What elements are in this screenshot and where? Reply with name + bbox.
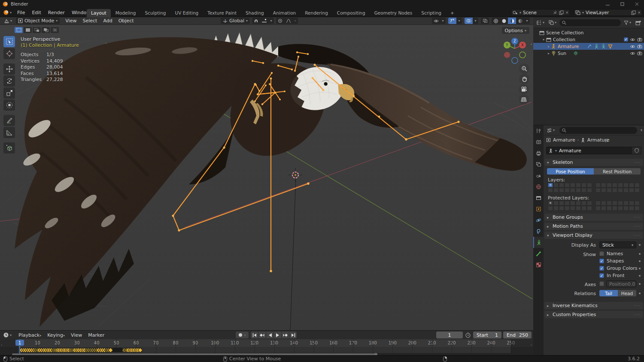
navigation-gizmo[interactable]: Z Y X bbox=[501, 37, 528, 66]
copy-icon[interactable] bbox=[559, 10, 564, 15]
workspace-tab-animation[interactable]: Animation bbox=[269, 9, 301, 17]
tool-scale[interactable] bbox=[3, 87, 15, 99]
layer-cell[interactable] bbox=[559, 206, 564, 211]
animate-dot[interactable] bbox=[639, 268, 641, 269]
chevron-down-icon[interactable]: ▾ bbox=[524, 18, 530, 24]
outliner-search-input[interactable] bbox=[559, 19, 621, 26]
previous-keyframe-button[interactable] bbox=[258, 332, 266, 338]
fake-user-button[interactable] bbox=[632, 147, 641, 154]
layer-cell[interactable] bbox=[629, 201, 634, 205]
minimize-button[interactable] bbox=[600, 0, 615, 8]
rest-position-button[interactable]: Rest Position bbox=[594, 168, 641, 175]
layer-cell[interactable] bbox=[576, 206, 581, 211]
panel-custom-properties-header[interactable]: ▸ Custom Properties ···· bbox=[544, 311, 643, 318]
orientation-dropdown[interactable]: Global ▾ bbox=[221, 18, 250, 24]
in-front-checkbox[interactable]: ✓ bbox=[599, 273, 604, 278]
properties-tab-world[interactable] bbox=[533, 181, 544, 192]
perspective-toggle-button[interactable] bbox=[519, 94, 529, 105]
workspace-tab-modeling[interactable]: Modeling bbox=[111, 9, 140, 17]
eye-icon[interactable] bbox=[630, 45, 635, 48]
properties-editor-type-button[interactable]: ▾ bbox=[545, 127, 556, 134]
eye-icon[interactable] bbox=[630, 38, 635, 42]
timeline-menu-marker[interactable]: Marker bbox=[85, 332, 107, 338]
layer-cell[interactable] bbox=[612, 201, 617, 205]
layer-cell[interactable] bbox=[576, 183, 581, 187]
tool-annotate[interactable] bbox=[3, 115, 15, 126]
editor-type-button[interactable]: ▾ bbox=[3, 18, 13, 24]
current-frame-badge[interactable]: 1 bbox=[15, 340, 24, 346]
maximize-button[interactable] bbox=[615, 0, 629, 8]
pin-icon[interactable] bbox=[605, 139, 609, 143]
editor-type-topbar-button[interactable]: ▾ bbox=[2, 9, 13, 16]
tool-measure[interactable] bbox=[3, 127, 15, 138]
falloff-dropdown[interactable] bbox=[284, 18, 292, 24]
layer-cell[interactable] bbox=[612, 183, 617, 187]
datablock-name-field[interactable]: ▾ Armature bbox=[546, 147, 632, 154]
outliner-row-armature[interactable]: ▸ Armature bbox=[533, 43, 644, 50]
layer-cell[interactable] bbox=[618, 183, 623, 187]
eye-icon[interactable] bbox=[630, 51, 635, 55]
layer-cell[interactable] bbox=[635, 206, 640, 211]
layer-cell[interactable] bbox=[576, 201, 581, 205]
panel-grip-icon[interactable]: ···· bbox=[634, 224, 641, 229]
shading-material-button[interactable] bbox=[508, 18, 516, 24]
disclosure-triangle-icon[interactable]: ▸ bbox=[548, 51, 550, 55]
menu-render[interactable]: Render bbox=[45, 9, 68, 16]
layer-cell[interactable] bbox=[623, 188, 629, 193]
timeline-menu-playback[interactable]: Playback▾ bbox=[15, 332, 44, 338]
layer-cell[interactable] bbox=[559, 201, 564, 205]
chevron-down-icon[interactable]: ▾ bbox=[456, 18, 462, 24]
tool-transform[interactable] bbox=[3, 100, 15, 111]
layer-cell[interactable] bbox=[570, 183, 575, 187]
properties-search-input[interactable] bbox=[559, 127, 637, 134]
properties-tab-view-layer[interactable] bbox=[533, 159, 544, 170]
view-layer-selector[interactable]: ▾ ViewLayer ✕ bbox=[574, 9, 642, 16]
layer-cell[interactable] bbox=[581, 206, 586, 211]
outliner-display-mode-button[interactable]: ▾ bbox=[547, 19, 558, 26]
workspace-tab--[interactable]: + bbox=[446, 9, 459, 17]
disclosure-triangle-icon[interactable]: ▾ bbox=[543, 38, 544, 42]
tail-button[interactable]: Tail bbox=[599, 290, 618, 296]
timeline-menu-keying[interactable]: Keying▾ bbox=[44, 332, 68, 338]
chevron-down-icon[interactable]: ▾ bbox=[268, 18, 274, 24]
head-button[interactable]: Head bbox=[618, 290, 636, 296]
tool-rotate[interactable] bbox=[3, 75, 15, 87]
layer-cell[interactable] bbox=[548, 201, 553, 205]
layer-cell[interactable] bbox=[607, 201, 612, 205]
exclude-checkbox[interactable]: ✓ bbox=[624, 37, 628, 42]
snap-toggle[interactable] bbox=[252, 18, 260, 24]
start-frame-field[interactable]: Start 1 bbox=[473, 332, 501, 338]
layer-cell[interactable] bbox=[548, 188, 553, 193]
layer-cell[interactable] bbox=[629, 183, 634, 187]
play-reverse-button[interactable] bbox=[266, 332, 273, 338]
chevron-down-icon[interactable]: ▾ bbox=[641, 128, 642, 132]
overlays-toggle[interactable] bbox=[465, 18, 473, 24]
axis-z-neg-handle[interactable] bbox=[512, 57, 518, 63]
select-circle-button[interactable] bbox=[33, 27, 41, 33]
layer-cell[interactable] bbox=[607, 188, 612, 193]
layer-cell[interactable] bbox=[601, 206, 606, 211]
workspace-tab-geometry-nodes[interactable]: Geometry Nodes bbox=[370, 9, 417, 17]
workspace-tab-scripting[interactable]: Scripting bbox=[417, 9, 446, 17]
animate-dot[interactable] bbox=[639, 275, 641, 277]
layer-cell[interactable] bbox=[623, 201, 629, 205]
layer-cell[interactable] bbox=[576, 188, 581, 193]
layer-cell[interactable] bbox=[570, 188, 575, 193]
xray-toggle[interactable] bbox=[481, 18, 489, 24]
remove-icon[interactable]: ✕ bbox=[638, 11, 641, 15]
axes-checkbox[interactable] bbox=[599, 281, 604, 286]
select-lasso-button[interactable] bbox=[42, 27, 50, 33]
layer-cell[interactable] bbox=[548, 183, 553, 187]
layer-cell[interactable] bbox=[607, 206, 612, 211]
layer-cell[interactable] bbox=[601, 183, 606, 187]
select-tweak-button[interactable] bbox=[15, 27, 23, 33]
viewport-menu-select[interactable]: Select bbox=[79, 18, 100, 24]
outliner-editor-type-button[interactable]: ▾ bbox=[535, 19, 546, 26]
tool-cursor[interactable] bbox=[3, 48, 15, 59]
snap-target-dropdown[interactable] bbox=[260, 18, 268, 24]
panel-motion-paths-header[interactable]: ▸ Motion Paths ···· bbox=[544, 223, 643, 230]
layer-cell[interactable] bbox=[601, 188, 606, 193]
layer-cell[interactable] bbox=[570, 206, 575, 211]
panel-viewport-display-header[interactable]: ▾ Viewport Display ···· bbox=[544, 232, 643, 239]
layer-cell[interactable] bbox=[587, 201, 592, 205]
